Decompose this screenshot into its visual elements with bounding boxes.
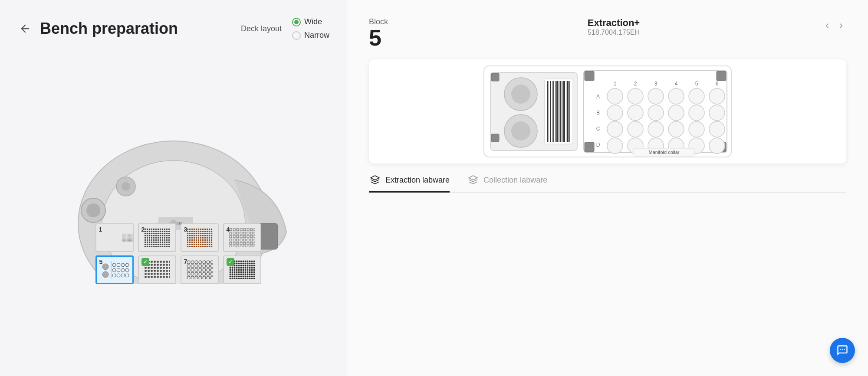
slot-4[interactable]: 4	[223, 223, 261, 252]
svg-point-90	[668, 105, 684, 121]
svg-point-85	[689, 88, 704, 104]
block-info: Extraction+ 518.7004.175EH	[405, 17, 822, 36]
svg-point-34	[125, 274, 129, 277]
slot-5-number: 5	[99, 258, 103, 265]
slot-8-check	[227, 258, 234, 266]
robot-arm-container: ≋≋≋ 1 // Will be rendered via template a…	[52, 137, 295, 284]
block-sku: 518.7004.175EH	[405, 29, 822, 36]
svg-point-3	[86, 203, 100, 217]
slots-grid: 1 // Will be rendered via template appro…	[95, 223, 262, 284]
nav-next-button[interactable]: ›	[836, 17, 846, 33]
nav-prev-button[interactable]: ‹	[822, 17, 832, 33]
chat-button[interactable]	[830, 338, 855, 363]
svg-point-93	[607, 121, 623, 137]
slot-4-number: 4	[227, 226, 230, 233]
svg-point-86	[709, 88, 725, 104]
tab-collection-label: Collection labware	[483, 176, 547, 185]
svg-rect-52	[549, 81, 549, 142]
slot-3-pattern	[187, 228, 213, 247]
radio-option-wide[interactable]: Wide	[292, 17, 329, 26]
svg-point-87	[607, 105, 623, 121]
block-name: Extraction+	[405, 17, 822, 29]
deck-layout-label: Deck layout	[241, 24, 282, 33]
slot-6-check	[141, 258, 149, 266]
svg-point-25	[121, 263, 125, 267]
svg-rect-17	[187, 228, 213, 247]
svg-point-91	[689, 105, 704, 121]
left-panel: Bench preparation Deck layout Wide Narro…	[0, 0, 347, 376]
svg-point-31	[112, 274, 116, 277]
svg-point-81	[607, 88, 623, 104]
svg-text:C: C	[596, 126, 600, 132]
slot-2-number: 2	[141, 226, 145, 233]
tab-collection[interactable]: Collection labware	[467, 174, 547, 193]
back-button[interactable]	[17, 21, 33, 36]
svg-rect-48	[491, 73, 499, 81]
svg-text:B: B	[596, 110, 600, 116]
svg-point-104	[709, 138, 725, 154]
svg-point-82	[628, 88, 643, 104]
deck-layout-controls: Deck layout Wide Narrow	[241, 17, 329, 40]
svg-rect-63	[567, 81, 569, 142]
slot-1[interactable]: 1 // Will be rendered via template appro…	[95, 223, 134, 252]
svg-rect-38	[187, 260, 213, 279]
labware-image-container: 518.7004.175EH 1 2 3 4 5 6 A B C D	[369, 59, 846, 163]
tabs: Extraction labware Collection labware	[369, 174, 846, 193]
radio-wide-label: Wide	[304, 17, 322, 26]
svg-text:3: 3	[654, 81, 658, 87]
radio-option-narrow[interactable]: Narrow	[292, 31, 329, 40]
svg-text:1: 1	[614, 81, 617, 87]
svg-rect-68	[717, 71, 726, 81]
svg-rect-64	[569, 81, 570, 142]
svg-point-98	[709, 121, 725, 137]
slot-3[interactable]: 3	[181, 223, 219, 252]
block-number-section: Block 5	[369, 17, 388, 49]
svg-text:D: D	[596, 142, 600, 148]
svg-point-27	[112, 268, 116, 272]
slot-5-pattern	[99, 259, 130, 281]
svg-text:A: A	[596, 94, 600, 100]
svg-text:6: 6	[716, 81, 719, 87]
svg-point-44	[511, 85, 530, 104]
slot-4-pattern	[229, 228, 255, 247]
right-panel: Block 5 Extraction+ 518.7004.175EH ‹ ›	[347, 0, 868, 376]
svg-rect-61	[563, 81, 565, 142]
svg-point-46	[511, 121, 530, 141]
radio-narrow-circle	[292, 31, 301, 40]
labware-image: 518.7004.175EH 1 2 3 4 5 6 A B C D	[482, 64, 733, 159]
svg-point-33	[121, 274, 125, 277]
svg-text:Manifold collar: Manifold collar	[649, 150, 680, 155]
tab-extraction[interactable]: Extraction labware	[369, 174, 450, 193]
slot-7-number: 7	[184, 258, 187, 265]
slot-1-number: 1	[99, 226, 102, 233]
page-title: Bench preparation	[40, 20, 178, 38]
slot-5[interactable]: 5	[95, 255, 134, 284]
svg-rect-69	[585, 142, 594, 152]
svg-rect-59	[560, 81, 561, 142]
svg-text:2: 2	[634, 81, 637, 87]
slot-7[interactable]: 7	[181, 255, 219, 284]
svg-rect-60	[562, 81, 562, 142]
svg-point-26	[125, 263, 129, 267]
slot-8[interactable]	[223, 255, 261, 284]
slot-2-pattern	[144, 228, 170, 247]
svg-rect-58	[559, 81, 559, 142]
deck-visual: ≋≋≋ 1 // Will be rendered via template a…	[17, 53, 329, 367]
svg-point-83	[648, 88, 664, 104]
svg-rect-19	[229, 228, 255, 247]
svg-point-89	[648, 105, 664, 121]
svg-point-99	[607, 138, 623, 154]
svg-rect-67	[585, 71, 594, 81]
svg-point-29	[121, 268, 125, 272]
slot-6[interactable]	[138, 255, 176, 284]
slot-3-number: 3	[184, 226, 187, 233]
svg-rect-55	[553, 81, 554, 142]
svg-point-30	[125, 268, 129, 272]
slot-1-pattern	[122, 228, 133, 247]
chat-icon	[836, 344, 848, 356]
block-number: 5	[369, 26, 388, 49]
slot-2[interactable]: 2	[138, 223, 176, 252]
svg-text:4: 4	[675, 81, 678, 87]
svg-point-32	[117, 274, 120, 277]
extraction-layers-icon	[369, 174, 381, 186]
